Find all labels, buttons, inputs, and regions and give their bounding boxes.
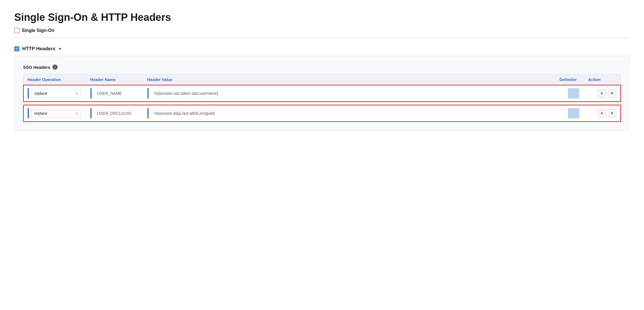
table-header: Header Operation Header Name Header Valu… [23, 74, 621, 85]
http-headers-label-row: HTTP Headers ▼ [14, 46, 630, 52]
header-value-input-2[interactable]: %{session.ldap.last.attrib.orclguid} [151, 109, 559, 118]
sso-section: Single Sign-On [14, 28, 630, 33]
blue-bar-icon [90, 88, 92, 98]
sso-headers-title-row: SSO Headers i [23, 65, 621, 70]
add-row-button-1[interactable]: + [598, 89, 606, 98]
action-cell-2: + × [588, 109, 616, 118]
header-name-input-2[interactable]: USER_ORCLGUID [94, 109, 147, 118]
col-header-action: Action [588, 77, 617, 82]
blue-bar-icon [28, 88, 29, 98]
blue-bar-icon [147, 88, 149, 98]
delimiter-cell-2 [559, 108, 588, 118]
select-chevron-icon: ∨ [76, 92, 78, 95]
info-icon[interactable]: i [52, 65, 58, 70]
remove-row-button-1[interactable]: × [608, 89, 616, 98]
delimiter-input-1[interactable] [568, 88, 579, 98]
chevron-down-icon[interactable]: ▼ [58, 47, 62, 51]
operation-select-1[interactable]: replace ∨ [31, 89, 81, 98]
table-row: replace ∨ USER_NAME %{session.sso.token.… [23, 85, 621, 102]
col-header-value: Header Value [147, 77, 560, 82]
sso-checkbox[interactable] [14, 28, 19, 33]
blue-bar-icon [28, 108, 29, 118]
header-value-cell-2: %{session.ldap.last.attrib.orclguid} [147, 108, 559, 118]
header-name-cell-2: USER_ORCLGUID [90, 108, 147, 118]
header-name-cell-1: USER_NAME [90, 88, 147, 98]
header-value-cell-1: %{session.sso.token.last.username} [147, 88, 559, 98]
sso-label: Single Sign-On [22, 28, 54, 33]
operation-select-value-1: replace [34, 91, 47, 96]
col-header-delimiter: Delimiter [560, 77, 588, 82]
col-header-operation: Header Operation [27, 77, 90, 82]
col-header-name: Header Name [90, 77, 147, 82]
delimiter-cell-1 [559, 88, 588, 98]
page-title: Single Sign-On & HTTP Headers [14, 11, 630, 23]
section-divider [14, 38, 630, 38]
headers-container: SSO Headers i Header Operation Header Na… [14, 56, 630, 131]
http-headers-section: HTTP Headers ▼ SSO Headers i Header Oper… [14, 46, 630, 131]
http-headers-checkbox[interactable] [14, 46, 19, 51]
remove-row-button-2[interactable]: × [608, 109, 616, 118]
select-chevron-icon: ∨ [76, 112, 78, 115]
operation-cell-2: replace ∨ [28, 108, 90, 118]
sso-headers-title: SSO Headers [23, 65, 50, 70]
delimiter-input-2[interactable] [568, 108, 579, 118]
blue-bar-icon [147, 108, 149, 118]
sso-headers-table: Header Operation Header Name Header Valu… [23, 74, 621, 122]
add-row-button-2[interactable]: + [598, 109, 606, 118]
blue-bar-icon [90, 108, 92, 118]
operation-cell-1: replace ∨ [28, 88, 90, 98]
http-headers-label: HTTP Headers [22, 46, 55, 52]
action-cell-1: + × [588, 89, 616, 98]
header-name-input-1[interactable]: USER_NAME [94, 89, 147, 98]
header-value-input-1[interactable]: %{session.sso.token.last.username} [151, 89, 559, 98]
operation-select-2[interactable]: replace ∨ [31, 109, 81, 118]
table-row: replace ∨ USER_ORCLGUID %{session.ldap.l… [23, 105, 621, 122]
operation-select-value-2: replace [34, 111, 47, 116]
